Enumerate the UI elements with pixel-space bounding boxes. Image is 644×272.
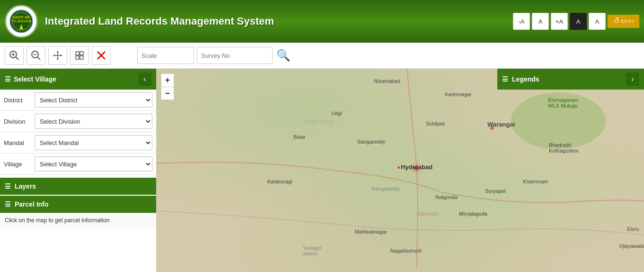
division-label: Division [4, 118, 35, 125]
legends-toggle-btn[interactable]: › [626, 73, 639, 86]
mandal-select[interactable]: Select Mandal [35, 135, 152, 150]
village-select[interactable]: Select Village [35, 156, 152, 172]
main-content: ☰ Select Village ‹ District Select Distr… [0, 69, 644, 272]
district-select[interactable]: Select District [35, 92, 152, 108]
pan-icon [53, 50, 63, 61]
svg-marker-16 [53, 54, 55, 56]
extent-icon [74, 50, 85, 61]
division-filter-row: Division Select Division [0, 111, 156, 132]
svg-marker-17 [61, 54, 62, 56]
svg-rect-21 [80, 56, 83, 59]
svg-line-10 [37, 57, 40, 60]
font-xlarge-btn[interactable]: A [570, 13, 587, 30]
sidebar-header: ☰ Select Village ‹ [0, 69, 156, 90]
font-xxlarge-btn[interactable]: A [589, 13, 606, 30]
parcel-label: Parcel Info [15, 200, 49, 208]
sidebar-header-icon: ☰ [5, 75, 11, 83]
village-filter-row: Village Select Village [0, 154, 156, 175]
sidebar: ☰ Select Village ‹ District Select Distr… [0, 69, 156, 272]
layers-section[interactable]: ☰ Layers [0, 178, 156, 195]
search-icon: 🔍 [276, 49, 291, 62]
font-small-btn[interactable]: -A [513, 13, 530, 30]
clear-icon [96, 50, 106, 61]
map-zoom-out-btn[interactable]: − [161, 87, 174, 100]
logo: GOVT OF TELANGANA [5, 5, 38, 38]
parcel-info-section[interactable]: ☰ Parcel Info [0, 196, 156, 213]
zoom-in-icon [9, 50, 19, 61]
app-title: Integrated Land Records Management Syste… [45, 15, 274, 27]
map-container[interactable]: + − Nizamabad Karimnagar Siddipet Warang… [156, 69, 644, 272]
division-select[interactable]: Select Division [35, 114, 152, 129]
header-font-controls: -A A +A A A తెలుగు [513, 13, 639, 30]
svg-rect-18 [76, 52, 79, 55]
zoom-out-tool[interactable] [26, 46, 45, 65]
parcel-info-text: Click on the map to get parcel informati… [0, 213, 156, 227]
zoom-in-tool[interactable] [5, 46, 24, 65]
scale-input[interactable] [137, 47, 194, 64]
zoom-out-icon [31, 50, 41, 61]
district-filter-row: District Select District [0, 90, 156, 111]
map-zoom-controls: + − [161, 73, 174, 100]
legends-header: ☰ Legends › [497, 69, 644, 90]
search-button[interactable]: 🔍 [276, 49, 291, 62]
full-extent-tool[interactable] [70, 46, 89, 65]
toolbar: 🔍 [0, 43, 644, 69]
svg-rect-20 [76, 56, 79, 59]
mandal-filter-row: Mandal Select Mandal [0, 132, 156, 154]
layers-icon: ☰ [5, 182, 11, 190]
legends-icon: ☰ [502, 75, 508, 83]
svg-rect-19 [80, 52, 83, 55]
survey-input[interactable] [197, 47, 273, 64]
map-background [156, 69, 644, 272]
clear-tool[interactable] [92, 46, 111, 65]
parcel-icon: ☰ [5, 200, 11, 208]
font-large-btn[interactable]: +A [551, 13, 568, 30]
svg-line-6 [16, 57, 18, 60]
svg-text:TELANGANA: TELANGANA [11, 19, 32, 23]
sidebar-title: Select Village [14, 75, 138, 83]
pan-tool[interactable] [48, 46, 67, 65]
svg-marker-14 [57, 51, 59, 53]
mandal-label: Mandal [4, 139, 35, 146]
district-label: District [4, 97, 35, 104]
sidebar-collapse-btn[interactable]: ‹ [138, 73, 151, 86]
layers-label: Layers [15, 182, 36, 190]
logo-emblem: GOVT OF TELANGANA [9, 9, 34, 34]
village-label: Village [4, 161, 35, 168]
svg-marker-15 [57, 58, 59, 60]
header: GOVT OF TELANGANA Integrated Land Record… [0, 0, 644, 43]
map-zoom-in-btn[interactable]: + [161, 73, 174, 87]
legends-title: Legends [512, 75, 626, 83]
legends-panel: ☰ Legends › [497, 69, 644, 90]
svg-text:GOVT OF: GOVT OF [13, 15, 30, 19]
font-medium-btn[interactable]: A [532, 13, 549, 30]
language-btn[interactable]: తెలుగు [608, 15, 639, 28]
